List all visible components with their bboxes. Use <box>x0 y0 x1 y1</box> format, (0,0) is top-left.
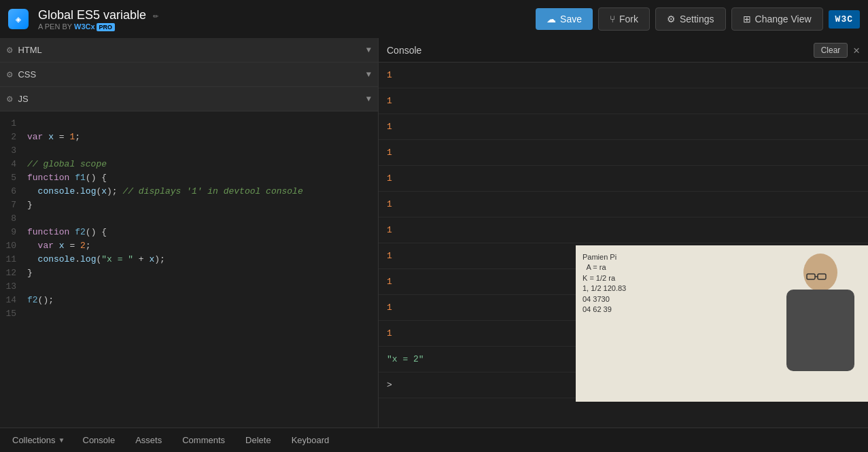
html-section-title: HTML <box>18 45 41 55</box>
gear-icon: ⚙ <box>667 14 676 24</box>
pen-title: Global ES5 variable <box>38 8 146 22</box>
fork-button[interactable]: ⑂ Fork <box>598 7 650 31</box>
pen-subtitle: A PEN BY W3CxPRO <box>38 22 159 31</box>
logo-icon: ◈ <box>8 9 29 29</box>
line-numbers: 12345 678910 1112131415 <box>0 111 22 428</box>
console-line-1: 1 <box>379 63 868 88</box>
html-section-header[interactable]: ⚙ HTML ▼ <box>0 38 378 63</box>
js-section-title: JS <box>18 94 28 104</box>
change-view-button[interactable]: ⊞ Change View <box>731 7 823 31</box>
fork-icon: ⑂ <box>610 14 615 24</box>
cloud-icon: ☁ <box>546 14 556 24</box>
console-line-5: 1 <box>379 166 868 192</box>
w3c-badge: W3C <box>829 10 860 29</box>
code-editor[interactable]: 12345 678910 1112131415 var x = 1; // gl… <box>0 111 378 428</box>
svg-rect-1 <box>786 290 854 371</box>
console-line-7: 1 <box>379 218 868 243</box>
console-title: Console <box>387 45 814 56</box>
css-chevron-icon: ▼ <box>366 70 371 80</box>
assets-tab[interactable]: Assets <box>126 432 171 448</box>
main-content: ⚙ HTML ▼ ⚙ CSS ▼ ⚙ JS ▼ 12345 678910 111… <box>0 38 868 428</box>
top-nav: ◈ Global ES5 variable ✏ A PEN BY W3CxPRO… <box>0 0 868 38</box>
js-chevron-icon: ▼ <box>366 94 371 104</box>
console-line-4: 1 <box>379 140 868 166</box>
author-name: W3Cx <box>74 22 95 31</box>
console-header: Console Clear ✕ <box>379 38 868 63</box>
keyboard-tab[interactable]: Keyboard <box>282 432 339 448</box>
html-gear-icon[interactable]: ⚙ <box>7 44 12 56</box>
svg-point-2 <box>807 258 834 288</box>
webcam-overlay: Pamien Pi A = ra K = 1/2 ra 1, 1/2 120.8… <box>576 245 868 402</box>
comments-tab[interactable]: Comments <box>173 432 235 448</box>
collections-label: Collections <box>12 435 56 445</box>
css-gear-icon[interactable]: ⚙ <box>7 69 12 80</box>
editor-panel: ⚙ HTML ▼ ⚙ CSS ▼ ⚙ JS ▼ 12345 678910 111… <box>0 38 379 428</box>
console-line-6: 1 <box>379 192 868 218</box>
clear-button[interactable]: Clear <box>814 43 848 58</box>
edit-icon[interactable]: ✏ <box>153 10 158 21</box>
settings-button[interactable]: ⚙ Settings <box>655 7 726 31</box>
css-section-title: CSS <box>18 69 36 80</box>
html-chevron-icon: ▼ <box>366 46 371 55</box>
collections-arrow-icon: ▼ <box>58 436 65 444</box>
bottom-bar: Collections ▼ Console Assets Comments De… <box>0 428 868 452</box>
whiteboard-text: Pamien Pi A = ra K = 1/2 ra 1, 1/2 120.8… <box>583 252 626 315</box>
css-section-header[interactable]: ⚙ CSS ▼ <box>0 63 378 87</box>
collections-button[interactable]: Collections ▼ <box>5 432 72 448</box>
code-text[interactable]: var x = 1; // global scope function f1()… <box>22 111 378 428</box>
pro-badge: PRO <box>97 23 116 31</box>
console-line-3: 1 <box>379 114 868 140</box>
person-silhouette <box>739 252 861 402</box>
js-gear-icon[interactable]: ⚙ <box>7 93 12 105</box>
console-line-2: 1 <box>379 88 868 114</box>
console-tab[interactable]: Console <box>73 432 125 448</box>
close-console-icon[interactable]: ✕ <box>853 44 860 57</box>
layout-icon: ⊞ <box>743 14 751 24</box>
save-button[interactable]: ☁ Save <box>536 8 593 30</box>
js-section-header[interactable]: ⚙ JS ▼ <box>0 87 378 111</box>
delete-tab[interactable]: Delete <box>236 432 281 448</box>
